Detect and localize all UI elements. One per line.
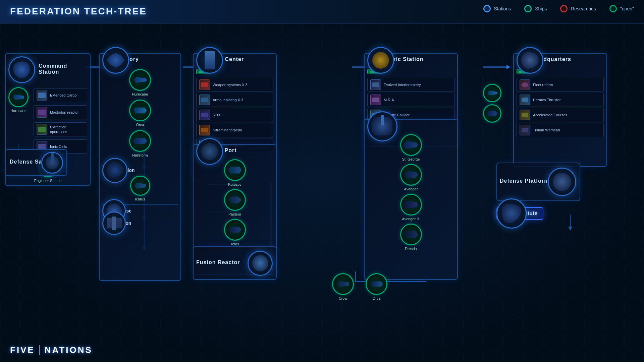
rdx-label: RDX II. bbox=[213, 113, 224, 117]
fleet-ship-2[interactable] bbox=[483, 104, 501, 123]
ship-factory-node[interactable]: Ship Factory Hurricane Orca bbox=[99, 53, 181, 281]
hermes-label: Hermes Thruster bbox=[533, 98, 560, 102]
ionic-label: Ionic Cells bbox=[50, 144, 67, 149]
research-extraction-ops[interactable]: Extraction operations bbox=[34, 122, 87, 136]
ship-crow-node[interactable]: Crow bbox=[332, 273, 354, 300]
fusion-reactor-label: Fusion Reactor bbox=[196, 259, 240, 265]
mastodon-icon bbox=[37, 107, 47, 118]
ship-teller[interactable]: Teller bbox=[196, 219, 273, 246]
avenger-label: Avenger bbox=[404, 187, 418, 191]
ship-legend-icon bbox=[524, 5, 532, 12]
defense-platform-label: Defense Platform bbox=[500, 178, 549, 184]
dresda-label: Dresda bbox=[405, 247, 417, 251]
ship-avenger[interactable]: Avenger bbox=[367, 164, 454, 191]
mastodon-label: Mastodon reactor bbox=[50, 110, 79, 115]
svg-marker-18 bbox=[568, 227, 572, 231]
engineer-shuttle-label: Engineer Shuttle bbox=[34, 179, 61, 183]
legend-open: "open" bbox=[609, 5, 634, 12]
legend-stations: Stations bbox=[483, 5, 511, 12]
ships-label: Ships bbox=[535, 6, 547, 11]
orca-bottom-label: Orca bbox=[373, 296, 381, 300]
research-extended-cargo[interactable]: Extended Cargo bbox=[34, 88, 87, 102]
eira-institute-node[interactable]: EIRA Institute bbox=[496, 207, 543, 220]
hurricane-factory-label: Hurricane bbox=[132, 92, 148, 96]
extended-cargo-label: Extended Cargo bbox=[50, 93, 77, 98]
tech-tree-canvas: Command Station Hurricane Extended bbox=[0, 23, 644, 362]
station-legend-icon bbox=[483, 5, 491, 12]
ship-orca-bottom-node[interactable]: Orca bbox=[366, 273, 387, 300]
hallstorm-label: Hallstorm bbox=[132, 153, 148, 157]
research-accelerated-courses[interactable]: Accelerated Courses bbox=[517, 108, 604, 122]
research-armour-plating[interactable]: Armour plating X 3 bbox=[196, 93, 273, 107]
ship-dresda[interactable]: Dresda bbox=[367, 224, 454, 251]
evolved-label: Evolved Interferometry bbox=[384, 82, 421, 87]
ship-orca-factory[interactable]: Orca bbox=[102, 100, 178, 127]
orca-factory-label: Orca bbox=[136, 123, 144, 127]
research-mra[interactable]: M.R.A bbox=[367, 93, 454, 107]
logo-text-1: FIVE bbox=[10, 345, 35, 355]
research-rdx[interactable]: RDX II. bbox=[196, 108, 273, 122]
nitramine-label: Nitramine torpedo bbox=[213, 128, 242, 132]
evolved-icon bbox=[370, 79, 381, 90]
mra-icon bbox=[370, 95, 381, 105]
logo-text-2: NATIONS bbox=[45, 345, 93, 355]
research-weapon-systems[interactable]: Weapon systems X 3 bbox=[196, 78, 273, 92]
command-station-label: Command Station bbox=[39, 63, 87, 75]
tritium-icon bbox=[520, 125, 530, 135]
page-title: FEDERATION TECH-TREE bbox=[10, 6, 147, 17]
mra-label: M.R.A bbox=[384, 98, 394, 102]
research-mastodon-reactor[interactable]: Mastodon reactor bbox=[34, 105, 87, 119]
research-evolved-interf[interactable]: Evolved Interferometry bbox=[367, 78, 454, 92]
research-legend-icon bbox=[560, 5, 568, 12]
crow-label: Crow bbox=[339, 296, 347, 300]
ship-avenger-2[interactable]: Avenger II. bbox=[367, 194, 454, 221]
icarus-label: Icarus bbox=[135, 197, 145, 201]
fleet-ships-node bbox=[483, 84, 501, 123]
extraction-icon bbox=[37, 124, 47, 135]
legend-ships: Ships bbox=[524, 5, 547, 12]
research-tritium-warhead[interactable]: Tritium Warhead bbox=[517, 123, 604, 137]
fleet-reform-icon bbox=[520, 79, 530, 90]
open-label: "open" bbox=[620, 6, 634, 11]
kutuzov-label: Kutuzov bbox=[228, 182, 241, 186]
extended-cargo-icon bbox=[37, 90, 47, 101]
research-nitramine[interactable]: Nitramine torpedo bbox=[196, 123, 273, 137]
fleet-ship-1[interactable] bbox=[483, 84, 501, 102]
rdx-icon bbox=[199, 110, 210, 120]
avenger-2-label: Avenger II. bbox=[402, 217, 420, 221]
pasteur-label: Pasteur bbox=[228, 212, 241, 216]
accelerated-label: Accelerated Courses bbox=[533, 113, 567, 117]
armour-label: Armour plating X 3 bbox=[213, 98, 243, 102]
logo: FIVE NATIONS bbox=[10, 345, 93, 355]
ship-hallstorm[interactable]: Hallstorm bbox=[102, 130, 178, 157]
armour-icon bbox=[199, 95, 210, 105]
open-legend-icon bbox=[609, 5, 617, 12]
teller-label: Teller bbox=[230, 242, 239, 246]
legend-researches: Researches bbox=[560, 5, 596, 12]
hurricane-label: Hurricane bbox=[10, 109, 26, 113]
research-hermes-thruster[interactable]: Hermes Thruster bbox=[517, 93, 604, 107]
stations-label: Stations bbox=[494, 6, 511, 11]
svg-marker-8 bbox=[506, 65, 511, 69]
weapon-systems-icon bbox=[199, 79, 210, 90]
fleet-reform-label: Fleet reform bbox=[533, 82, 553, 87]
ship-hurricane-cmd[interactable]: Hurricane bbox=[8, 87, 29, 155]
nitramine-icon bbox=[199, 125, 210, 135]
extraction-label: Extraction operations bbox=[50, 125, 84, 134]
weapon-systems-label: Weapon systems X 3 bbox=[213, 82, 248, 87]
ship-pasteur[interactable]: Pasteur bbox=[196, 189, 273, 216]
logo-divider bbox=[39, 345, 40, 355]
hermes-icon bbox=[520, 95, 530, 105]
tritium-label: Tritium Warhead bbox=[533, 128, 560, 132]
st-george-label: St. George bbox=[402, 157, 420, 161]
legend: Stations Ships Researches "open" bbox=[483, 5, 634, 12]
research-fleet-reform[interactable]: Fleet reform bbox=[517, 78, 604, 92]
accelerated-icon bbox=[520, 110, 530, 120]
researches-label: Researches bbox=[571, 6, 596, 11]
